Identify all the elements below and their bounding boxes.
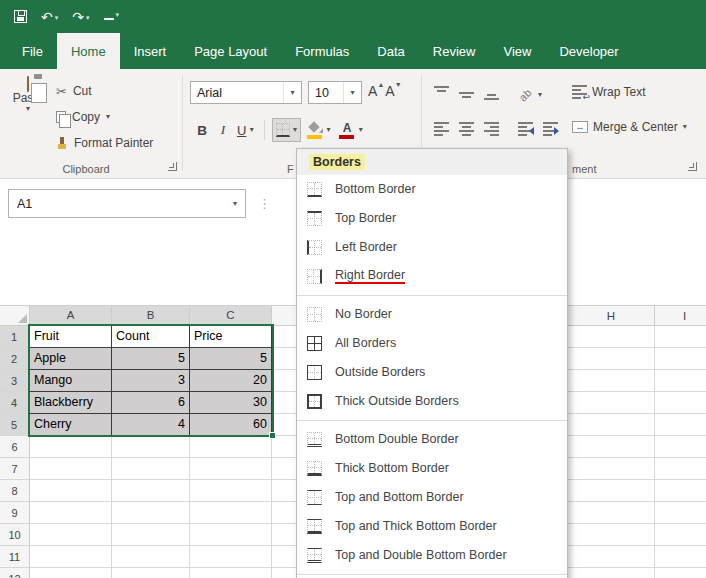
- row-header-5[interactable]: 5: [0, 414, 30, 436]
- menu-item-all-borders[interactable]: All Borders: [297, 329, 567, 358]
- menu-item-thick-outside-borders[interactable]: Thick Outside Borders: [297, 387, 567, 416]
- tab-home[interactable]: Home: [57, 33, 120, 69]
- cell-c4[interactable]: 30: [190, 392, 272, 414]
- italic-button[interactable]: I: [214, 118, 232, 142]
- cut-button[interactable]: ✂ Cut: [56, 81, 92, 101]
- borders-dropdown-icon[interactable]: ▾: [293, 126, 297, 134]
- cell-b3[interactable]: 3: [112, 370, 190, 392]
- column-header-a[interactable]: A: [30, 306, 112, 326]
- fill-handle[interactable]: [269, 432, 276, 439]
- tab-page-layout[interactable]: Page Layout: [180, 33, 281, 69]
- copy-button[interactable]: Copy ▾: [56, 107, 110, 127]
- redo-dropdown-icon[interactable]: ▾: [86, 14, 90, 25]
- row-header-12[interactable]: 12: [0, 568, 30, 578]
- tab-developer[interactable]: Developer: [545, 33, 632, 69]
- top-align-button[interactable]: [430, 81, 452, 105]
- bold-button[interactable]: B: [192, 118, 212, 142]
- redo-button[interactable]: ↷▾: [72, 9, 89, 25]
- font-size-dropdown-icon[interactable]: ▾: [343, 82, 361, 103]
- menu-item-top-and-thick-bottom-border[interactable]: Top and Thick Bottom Border: [297, 512, 567, 541]
- row-header-11[interactable]: 11: [0, 546, 30, 568]
- select-all-corner[interactable]: [0, 306, 30, 326]
- row-header-8[interactable]: 8: [0, 480, 30, 502]
- menu-item-right-border[interactable]: Right Border: [297, 262, 567, 291]
- menu-item-no-border[interactable]: No Border: [297, 300, 567, 329]
- font-name-dropdown-icon[interactable]: ▾: [283, 82, 301, 103]
- align-left-button[interactable]: [430, 117, 452, 141]
- increase-font-size-button[interactable]: A▲: [368, 83, 377, 99]
- column-header-i[interactable]: I: [655, 306, 706, 326]
- fill-color-button[interactable]: ▾: [303, 118, 333, 142]
- fill-color-dropdown-icon[interactable]: ▾: [326, 126, 330, 134]
- menu-item-outside-borders[interactable]: Outside Borders: [297, 358, 567, 387]
- menu-item-top-and-double-bottom-border[interactable]: Top and Double Bottom Border: [297, 541, 567, 570]
- row-header-6[interactable]: 6: [0, 436, 30, 458]
- column-header-b[interactable]: B: [112, 306, 190, 326]
- tab-review[interactable]: Review: [419, 33, 490, 69]
- menu-item-bottom-border[interactable]: Bottom Border: [297, 175, 567, 204]
- cell-c5[interactable]: 60: [190, 414, 272, 436]
- font-color-button[interactable]: A ▾: [335, 118, 365, 142]
- bottom-align-button[interactable]: [480, 81, 502, 105]
- cell-a1[interactable]: Fruit: [30, 326, 112, 348]
- tab-view[interactable]: View: [489, 33, 545, 69]
- tab-insert[interactable]: Insert: [120, 33, 181, 69]
- format-painter-button[interactable]: Format Painter: [56, 133, 153, 153]
- cell-c3[interactable]: 20: [190, 370, 272, 392]
- name-box-dropdown-icon[interactable]: ▾: [225, 190, 245, 217]
- align-right-button[interactable]: [480, 117, 502, 141]
- row-header-2[interactable]: 2: [0, 348, 30, 370]
- name-box[interactable]: A1 ▾: [8, 189, 246, 218]
- row-header-4[interactable]: 4: [0, 392, 30, 414]
- column-header-h[interactable]: H: [568, 306, 655, 326]
- underline-dropdown-icon[interactable]: ▾: [250, 126, 254, 134]
- tab-file[interactable]: File: [8, 33, 57, 69]
- row-header-7[interactable]: 7: [0, 458, 30, 480]
- cell-b4[interactable]: 6: [112, 392, 190, 414]
- cell-a4[interactable]: Blackberry: [30, 392, 112, 414]
- decrease-font-size-button[interactable]: A▼: [385, 83, 394, 99]
- underline-button[interactable]: U ▾: [234, 118, 257, 142]
- cell-a3[interactable]: Mango: [30, 370, 112, 392]
- cell-c1[interactable]: Price: [190, 326, 272, 348]
- orientation-dropdown-icon[interactable]: ▾: [538, 91, 542, 107]
- row-header-10[interactable]: 10: [0, 524, 30, 546]
- cell-a2[interactable]: Apple: [30, 348, 112, 370]
- save-button[interactable]: [14, 10, 27, 23]
- row-header-9[interactable]: 9: [0, 502, 30, 524]
- font-color-dropdown-icon[interactable]: ▾: [359, 126, 363, 134]
- cell-b1[interactable]: Count: [112, 326, 190, 348]
- merge-center-button[interactable]: ↔ Merge & Center ▾: [572, 120, 687, 134]
- menu-item-top-and-bottom-border[interactable]: Top and Bottom Border: [297, 483, 567, 512]
- undo-dropdown-icon[interactable]: ▾: [55, 14, 59, 25]
- cell-c2[interactable]: 5: [190, 348, 272, 370]
- copy-dropdown-icon[interactable]: ▾: [106, 113, 110, 121]
- row-header-3[interactable]: 3: [0, 370, 30, 392]
- undo-button[interactable]: ↶▾: [41, 9, 58, 25]
- font-name-combo[interactable]: Arial ▾: [190, 81, 302, 104]
- menu-item-top-border[interactable]: Top Border: [297, 204, 567, 233]
- tab-data[interactable]: Data: [363, 33, 418, 69]
- cell-b5[interactable]: 4: [112, 414, 190, 436]
- align-center-button[interactable]: [455, 117, 477, 141]
- cell-b2[interactable]: 5: [112, 348, 190, 370]
- menu-item-left-border[interactable]: Left Border: [297, 233, 567, 262]
- decrease-indent-button[interactable]: [514, 117, 536, 141]
- column-header-c[interactable]: C: [190, 306, 272, 326]
- merge-center-dropdown-icon[interactable]: ▾: [683, 123, 687, 131]
- customize-quick-access-button[interactable]: ▾: [104, 11, 120, 22]
- wrap-text-button[interactable]: Wrap Text: [572, 85, 646, 99]
- menu-item-thick-bottom-border[interactable]: Thick Bottom Border: [297, 454, 567, 483]
- alignment-dialog-launcher-icon[interactable]: [688, 162, 697, 171]
- cell-a5[interactable]: Cherry: [30, 414, 112, 436]
- orientation-button[interactable]: ab: [514, 83, 536, 107]
- paste-dropdown-icon[interactable]: ▾: [4, 105, 52, 113]
- increase-indent-button[interactable]: [539, 117, 561, 141]
- row-header-1[interactable]: 1: [0, 326, 30, 348]
- tab-formulas[interactable]: Formulas: [281, 33, 363, 69]
- middle-align-button[interactable]: [455, 81, 477, 105]
- borders-button[interactable]: ▾: [272, 118, 301, 142]
- font-size-combo[interactable]: 10 ▾: [308, 81, 362, 104]
- paste-button[interactable]: Paste ▾: [4, 77, 52, 161]
- menu-item-bottom-double-border[interactable]: Bottom Double Border: [297, 425, 567, 454]
